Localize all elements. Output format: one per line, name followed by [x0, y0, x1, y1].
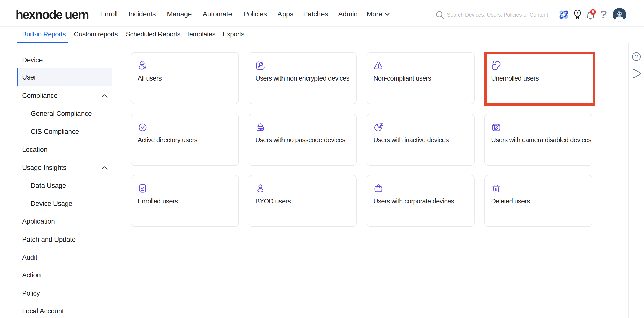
- svg-text:?: ?: [635, 54, 638, 59]
